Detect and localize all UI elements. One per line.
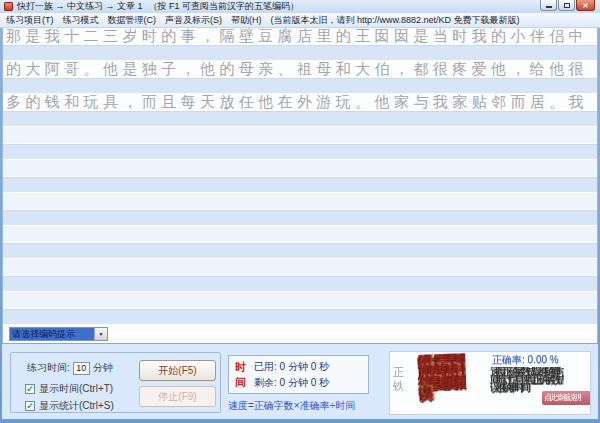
- source-text-line: [3, 226, 597, 243]
- chevron-down-icon: ▼: [99, 331, 104, 337]
- bottom-panel: 练习时间: 分钟 ✓ 显示时间(Ctrl+T) ✓ 显示统计(Ctrl+S) 开…: [2, 343, 598, 419]
- typing-input-line[interactable]: [3, 243, 597, 259]
- typing-input-line[interactable]: [3, 144, 597, 160]
- show-stats-label: 显示统计(Ctrl+S): [39, 399, 114, 413]
- typing-input-line[interactable]: [3, 45, 597, 61]
- maximize-button[interactable]: [558, 0, 575, 11]
- typing-input-line[interactable]: [3, 276, 597, 292]
- accuracy-value: 正确率: 0.00 %: [492, 353, 559, 367]
- window-title: 快打一族 → 中文练习 → 文章 1: [17, 0, 143, 13]
- source-text-line: [3, 127, 597, 144]
- time-remaining: 剩余: 0 分钟 0 秒: [254, 375, 329, 391]
- close-button[interactable]: ✕: [576, 0, 595, 11]
- time-elapsed: 已用: 0 分钟 0 秒: [254, 359, 329, 375]
- title-bar: 快打一族 → 中文练习 → 文章 1 （按 F1 可查阅当前汉字的五笔编码） ✕: [0, 0, 600, 13]
- practice-time-input[interactable]: [73, 362, 90, 375]
- speed-formula: 速度=正确字数×准确率÷时间: [228, 399, 355, 413]
- app-icon: [4, 2, 13, 11]
- source-text-line: [3, 160, 597, 177]
- source-text-line: [3, 292, 597, 309]
- typing-input-line[interactable]: [3, 309, 597, 325]
- typing-input-line[interactable]: [3, 177, 597, 193]
- menu-bar: 练习项目(T) 练习模式 数据管理(C) 声音及标示(S) 帮助(H) (当前版…: [0, 13, 600, 28]
- window-controls: ✕: [540, 0, 595, 11]
- stop-button-disabled: 停止(F9): [139, 386, 216, 407]
- source-text-line: [3, 259, 597, 276]
- encoding-hint-dropdown[interactable]: 请选择编码提示 ▼: [9, 327, 108, 341]
- maximize-icon: [564, 3, 570, 8]
- menu-data-management[interactable]: 数据管理(C): [108, 14, 157, 27]
- source-text-line: 的大阿哥。他是独子，他的母亲、祖母和大伯，都很疼爱他，给他很: [3, 61, 597, 78]
- garbled-stats-artifact: 统计信息速度错误统计信息速度错误: [417, 353, 467, 403]
- start-button[interactable]: 开始(F5): [139, 360, 216, 381]
- practice-time-setting: 练习时间: 分钟: [27, 361, 113, 375]
- time-info-values: 已用: 0 分钟 0 秒 剩余: 0 分钟 0 秒: [249, 359, 329, 393]
- typing-area: 那是我十二三岁时的事，隔壁豆腐店里的王囡囡是当时我的小伴侣中 的大阿哥。他是独子…: [2, 28, 598, 325]
- version-notice: (当前版本太旧，请到 http://www.8882.net/KD 免费下载最新…: [271, 14, 520, 27]
- garbled-stats-label-artifact: 点此查看说明: [542, 391, 591, 405]
- menu-sound-marks[interactable]: 声音及标示(S): [165, 14, 222, 27]
- source-text-line: 那是我十二三岁时的事，隔壁豆腐店里的王囡囡是当时我的小伴侣中: [3, 28, 597, 45]
- source-text-line: 多的钱和玩具，而且每天放任他在外游玩。他家与我家贴邻而居。我: [3, 94, 597, 111]
- minimize-icon: [546, 6, 552, 8]
- stats-panel: 正铁 统计信息速度错误统计信息速度错误 正确率: 0.00 % 速度正确字数错误…: [389, 351, 591, 415]
- garbled-stats-artifact: 正铁: [393, 365, 407, 393]
- checkbox-checked-icon[interactable]: ✓: [25, 384, 35, 394]
- time-info-title: 时间: [235, 360, 249, 393]
- dropdown-button[interactable]: ▼: [94, 328, 107, 340]
- menu-help[interactable]: 帮助(H): [231, 14, 262, 27]
- close-icon: ✕: [583, 2, 589, 9]
- time-info-box: 时间 已用: 0 分钟 0 秒 剩余: 0 分钟 0 秒: [228, 355, 369, 394]
- practice-settings-group: 练习时间: 分钟 ✓ 显示时间(Ctrl+T) ✓ 显示统计(Ctrl+S) 开…: [10, 352, 221, 413]
- checkbox-checked-icon[interactable]: ✓: [25, 401, 35, 411]
- practice-time-label: 练习时间:: [27, 361, 70, 375]
- typing-input-line[interactable]: [3, 111, 597, 127]
- minimize-button[interactable]: [540, 0, 557, 11]
- source-text-line: [3, 193, 597, 210]
- menu-practice-mode[interactable]: 练习模式: [63, 14, 99, 27]
- typing-input-line[interactable]: [3, 78, 597, 94]
- encoding-hint-selected-value: 请选择编码提示: [10, 328, 94, 340]
- practice-time-unit: 分钟: [93, 361, 113, 375]
- menu-practice-items[interactable]: 练习项目(T): [6, 14, 54, 27]
- app-window: 快打一族 → 中文练习 → 文章 1 （按 F1 可查阅当前汉字的五笔编码） ✕…: [0, 0, 600, 423]
- encoding-hint-strip: 请选择编码提示 ▼: [2, 325, 598, 343]
- show-time-option[interactable]: ✓ 显示时间(Ctrl+T): [25, 382, 113, 396]
- typing-input-line[interactable]: [3, 210, 597, 226]
- show-stats-option[interactable]: ✓ 显示统计(Ctrl+S): [25, 399, 114, 413]
- window-title-hint: （按 F1 可查阅当前汉字的五笔编码）: [149, 0, 300, 13]
- show-time-label: 显示时间(Ctrl+T): [39, 382, 113, 396]
